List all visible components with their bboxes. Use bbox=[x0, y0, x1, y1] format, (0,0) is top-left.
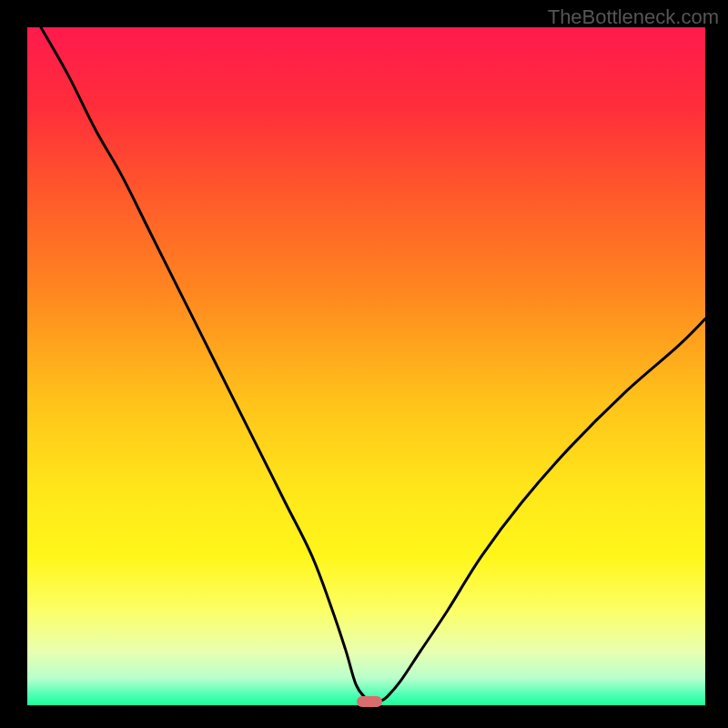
curve-layer bbox=[27, 27, 705, 705]
optimum-marker bbox=[357, 696, 382, 707]
plot-area bbox=[27, 27, 705, 705]
watermark-text: TheBottleneck.com bbox=[548, 5, 719, 29]
bottleneck-curve bbox=[41, 27, 705, 703]
